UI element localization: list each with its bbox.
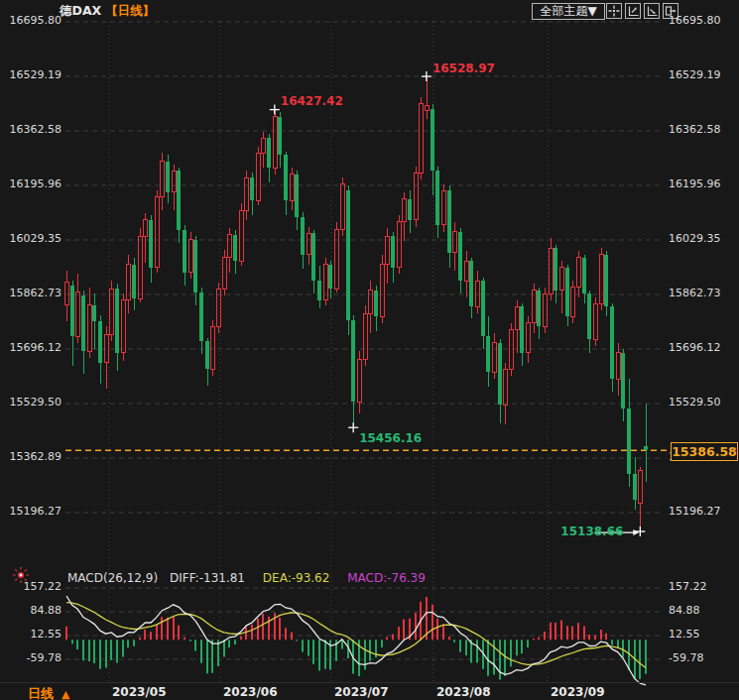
price-tick-label: 16029.35 [669,233,721,245]
macd-tick-label: 84.88 [2,605,62,617]
axis-zoom-left-icon[interactable] [625,3,641,19]
symbol-name: 德DAX [60,3,101,18]
pane-divider [0,682,739,683]
price-tick-label: 16362.58 [2,124,62,136]
macd-params-label: MACD(26,12,9) [67,571,158,585]
price-tick-label: 16529.19 [669,69,721,81]
macd-diff-value: DIFF:-131.81 [170,571,245,585]
theme-dropdown[interactable]: 全部主题▼ [532,3,605,20]
price-annotation-15456.16: 15456.16 [359,431,422,445]
date-tick-label: 2023/09 [551,685,604,699]
candlestick-chart[interactable] [0,0,739,700]
price-tick-label: 16362.58 [669,124,721,136]
macd-indicator-header[interactable]: MACD(26,12,9) DIFF:-131.81 DEA:-93.62 MA… [67,571,426,585]
date-tick-label: 2023/07 [334,685,388,699]
macd-tick-label: 12.55 [2,629,62,641]
price-annotation-16528.97: 16528.97 [432,61,495,75]
price-tick-label: 16529.19 [2,69,62,81]
price-annotation-16427.42: 16427.42 [281,94,343,108]
price-tick-label: 16695.80 [2,15,62,27]
macd-dea-value: DEA:-93.62 [263,571,330,585]
price-tick-label: 15362.89 [2,451,62,463]
macd-tick-label: -59.78 [2,652,62,664]
price-tick-label: 15529.50 [2,397,62,408]
move-crosshair-icon[interactable] [606,3,622,19]
indicator-settings-icon[interactable] [12,566,30,584]
tab-daily-period[interactable]: 日线▲ [28,685,69,700]
price-tick-label: 15862.73 [2,288,62,299]
period-tag: 【日线】 [105,3,155,18]
macd-value: MACD:-76.39 [347,571,426,585]
price-tick-label: 15696.12 [2,342,62,354]
axis-zoom-right-icon[interactable] [644,3,660,19]
last-price-box[interactable]: 15386.58 [671,442,738,461]
macd-tick-label: 84.88 [669,605,700,617]
macd-tick-label: 12.55 [669,629,700,641]
macd-tick-label: -59.78 [669,652,703,664]
price-tick-label: 16195.96 [669,178,721,190]
price-annotation-15138.66: 15138.66 [560,525,623,538]
period-tab-label: 日线 [28,686,54,700]
price-tick-label: 15196.27 [669,506,721,518]
chevron-up-icon: ▲ [62,688,69,700]
macd-tick-label: 157.22 [669,581,707,593]
date-tick-label: 2023/05 [112,685,166,699]
date-tick-label: 2023/08 [436,685,490,699]
price-tick-label: 16029.35 [2,233,62,245]
macd-tick-label: 157.22 [2,581,62,593]
date-tick-label: 2023/06 [223,685,277,699]
price-tick-label: 16695.80 [669,15,721,27]
chart-title: 德DAX【日线】 [60,3,155,20]
price-tick-label: 16195.96 [2,178,62,190]
price-tick-label: 15862.73 [669,288,721,299]
chart-app: 德DAX【日线】 全部主题▼ 16695.8016529.1916362.581… [0,0,739,700]
price-tick-label: 15196.27 [2,506,62,518]
price-tick-label: 15696.12 [669,342,721,354]
price-tick-label: 15529.50 [669,397,721,408]
